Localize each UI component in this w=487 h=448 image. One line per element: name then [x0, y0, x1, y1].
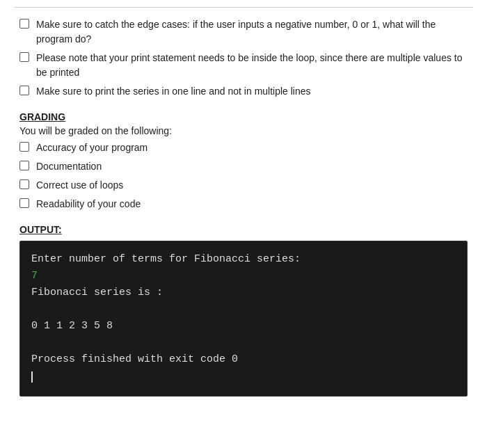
list-item-text: Accuracy of your program [36, 141, 147, 155]
grading-intro: You will be graded on the following: [19, 125, 468, 136]
list-item-text: Documentation [36, 159, 102, 174]
list-item-text: Make sure to catch the edge cases: if th… [36, 17, 468, 47]
terminal-line-4 [31, 301, 456, 318]
list-item: Readability of your code [19, 197, 468, 211]
checkbox-icon [19, 142, 29, 152]
output-section: OUTPUT: Enter number of terms for Fibona… [19, 224, 468, 397]
terminal-cursor-line [31, 368, 456, 385]
list-item-text: Correct use of loops [36, 178, 123, 193]
list-item: Correct use of loops [19, 178, 468, 193]
terminal-cursor [31, 371, 33, 383]
list-item-text: Readability of your code [36, 197, 141, 211]
checkbox-icon [19, 19, 29, 29]
list-item: Documentation [19, 159, 468, 174]
checkbox-icon [19, 179, 29, 189]
checkbox-icon [19, 52, 29, 62]
list-item: Make sure to print the series in one lin… [19, 84, 468, 99]
bullets-section: Make sure to catch the edge cases: if th… [0, 17, 487, 397]
terminal-line-6 [31, 335, 456, 351]
list-item: Accuracy of your program [19, 141, 468, 155]
terminal-line-1: Enter number of terms for Fibonacci seri… [31, 251, 456, 268]
terminal-line-7: Process finished with exit code 0 [31, 351, 456, 368]
terminal: Enter number of terms for Fibonacci seri… [19, 241, 468, 397]
grading-title: GRADING [19, 111, 468, 122]
checkbox-icon [19, 198, 29, 208]
output-title: OUTPUT: [19, 224, 468, 235]
checkbox-icon [19, 161, 29, 170]
top-divider [14, 7, 473, 8]
grading-list: Accuracy of your program Documentation C… [19, 141, 468, 211]
terminal-line-3: Fibonacci series is : [31, 285, 456, 301]
grading-section: GRADING You will be graded on the follow… [19, 111, 468, 211]
list-item: Make sure to catch the edge cases: if th… [19, 17, 468, 47]
edge-case-list: Make sure to catch the edge cases: if th… [19, 17, 468, 99]
terminal-line-5: 0 1 1 2 3 5 8 [31, 318, 456, 335]
list-item: Please note that your print statement ne… [19, 51, 468, 80]
list-item-text: Make sure to print the series in one lin… [36, 84, 311, 99]
page-container: Make sure to catch the edge cases: if th… [0, 0, 487, 448]
list-item-text: Please note that your print statement ne… [36, 51, 468, 80]
checkbox-icon [19, 86, 29, 95]
terminal-line-2: 7 [31, 268, 456, 285]
